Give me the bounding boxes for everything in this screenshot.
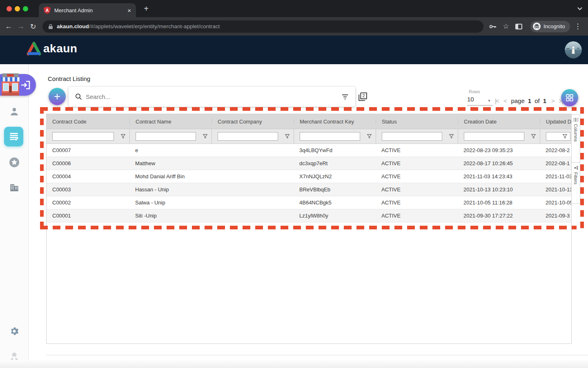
column-filter-input[interactable] xyxy=(218,132,278,141)
filter-list-icon[interactable] xyxy=(341,94,349,100)
cell-updated: 2022-08-2 xyxy=(540,144,571,157)
content-divider xyxy=(46,355,588,355)
table-side-tabs: Columns Filters xyxy=(571,114,580,204)
rows-per-page-select[interactable]: 10 ▼ xyxy=(467,96,492,105)
filter-cell xyxy=(458,129,540,144)
cell-status: ACTIVE xyxy=(376,144,458,157)
table-header-row: Contract CodeContract NameContract Compa… xyxy=(47,114,571,129)
filter-funnel-icon[interactable] xyxy=(120,134,126,139)
bookmark-star-icon[interactable]: ☆ xyxy=(500,22,512,31)
browser-tab[interactable]: A Merchant Admin × xyxy=(39,3,136,17)
table-body: C00007e3q4LBQYwFdACTIVE2022-08-23 09:35:… xyxy=(47,144,571,222)
cell-created: 2021-10-05 11:16:28 xyxy=(458,196,540,209)
column-filter-input[interactable] xyxy=(52,132,114,141)
column-filter-input[interactable] xyxy=(300,132,360,141)
column-header[interactable]: Creation Date xyxy=(458,119,540,125)
cell-key: Lz1ylW8h0y xyxy=(294,209,376,222)
cell-code: C00004 xyxy=(47,170,129,183)
column-header[interactable]: Contract Company xyxy=(212,119,294,125)
filter-funnel-icon[interactable] xyxy=(367,134,372,139)
filters-tab[interactable]: Filters xyxy=(571,163,580,204)
bottom-strip xyxy=(0,360,588,368)
cell-company xyxy=(212,196,294,209)
akaun-triangle-icon xyxy=(26,42,42,56)
reload-button[interactable]: ↻ xyxy=(27,22,39,31)
lock-icon xyxy=(48,24,53,29)
filter-2-icon[interactable]: 2 xyxy=(358,92,368,102)
search-icon xyxy=(75,93,82,100)
cell-key: 4B64NCBgk5 xyxy=(294,196,376,209)
filter-cell xyxy=(47,129,129,144)
cell-name: Mohd Danial Ariff Bin xyxy=(129,170,212,183)
incognito-badge: Incognito xyxy=(530,21,570,32)
enter-applet-icon xyxy=(20,80,31,90)
cell-status: ACTIVE xyxy=(376,196,458,209)
table-row[interactable]: C00004Mohd Danial Ariff BinX7nNJQLzN2ACT… xyxy=(47,170,571,183)
fullscreen-window-button[interactable] xyxy=(23,6,28,11)
cell-status: ACTIVE xyxy=(376,183,458,196)
forward-button[interactable]: → xyxy=(15,22,27,31)
password-key-icon[interactable] xyxy=(486,24,500,29)
akaun-logo[interactable]: akaun xyxy=(26,42,77,56)
sidebar-item-organization[interactable] xyxy=(0,182,29,193)
filter-funnel-icon[interactable] xyxy=(449,134,454,139)
cell-updated: 2022-08-1 xyxy=(540,157,571,170)
filter-funnel-icon[interactable] xyxy=(285,134,290,139)
previous-page-button[interactable]: < xyxy=(503,97,506,104)
minimize-window-button[interactable] xyxy=(15,6,20,11)
close-window-button[interactable] xyxy=(7,6,12,11)
column-header[interactable]: Contract Code xyxy=(47,119,129,125)
incognito-icon xyxy=(533,22,541,30)
sidebar-item-favorites[interactable] xyxy=(0,156,29,168)
cell-name: Matthew xyxy=(129,157,212,170)
annotation-dash-top xyxy=(40,107,577,111)
column-header[interactable]: Updated Date xyxy=(540,119,571,125)
next-page-button[interactable]: > xyxy=(551,97,554,104)
merchant-shop-icon[interactable] xyxy=(1,73,20,96)
table-row[interactable]: C00001Siti -UnipLz1ylW8h0yACTIVE2021-09-… xyxy=(47,209,571,222)
address-bar[interactable]: akaun.cloud/#/applets/wavelet/erp/entity… xyxy=(42,20,483,33)
cell-key: X7nNJQLzN2 xyxy=(294,170,376,183)
browser-menu-icon[interactable]: ⋮ xyxy=(572,22,583,31)
of-word: of xyxy=(535,97,540,104)
user-avatar[interactable] xyxy=(565,41,582,58)
column-filter-input[interactable] xyxy=(136,132,196,141)
sidebar-item-settings[interactable] xyxy=(0,326,29,337)
tab-close-icon[interactable]: × xyxy=(127,7,131,14)
table-row[interactable]: C00002Salwa - Unip4B64NCBgk5ACTIVE2021-1… xyxy=(47,196,571,209)
filter-funnel-icon[interactable] xyxy=(203,134,208,139)
rows-per-page-label: Rows xyxy=(469,89,480,94)
logo-text: akaun xyxy=(43,42,77,55)
table-row[interactable]: C00003Hassan - UnipBReVBlbqEbACTIVE2021-… xyxy=(47,183,571,196)
grid-view-button[interactable] xyxy=(561,89,578,106)
filter-cell xyxy=(540,129,571,144)
annotation-dash-left xyxy=(40,107,44,229)
first-page-button[interactable]: |< xyxy=(495,97,499,104)
column-header[interactable]: Merchant Contract Key xyxy=(294,119,376,125)
cell-name: Salwa - Unip xyxy=(129,196,212,209)
add-contract-button[interactable]: + xyxy=(49,88,66,105)
table-row[interactable]: C00007e3q4LBQYwFdACTIVE2022-08-23 09:35:… xyxy=(47,144,571,157)
column-header[interactable]: Status xyxy=(376,119,458,125)
filter-funnel-icon[interactable] xyxy=(531,134,536,139)
search-bar xyxy=(69,87,355,107)
column-filter-input[interactable] xyxy=(382,132,442,141)
tab-search-chevron-icon[interactable] xyxy=(577,5,583,12)
app-sidebar xyxy=(0,64,29,360)
cell-created: 2021-11-03 14:23:43 xyxy=(458,170,540,183)
new-tab-button[interactable]: + xyxy=(141,4,151,13)
columns-tab[interactable]: Columns xyxy=(571,114,580,163)
column-filter-input[interactable] xyxy=(464,132,524,141)
column-header[interactable]: Contract Name xyxy=(129,119,212,125)
filter-funnel-icon[interactable] xyxy=(562,134,568,139)
filter-cell xyxy=(212,129,294,144)
sidebar-item-listing-active[interactable] xyxy=(4,127,23,146)
annotation-dash-right xyxy=(580,107,584,232)
filter-cell xyxy=(376,129,458,144)
search-input[interactable] xyxy=(86,93,341,100)
table-row[interactable]: C00006Matthewdc3xqp7eRtACTIVE2022-08-17 … xyxy=(47,157,571,170)
sidebar-item-profile[interactable] xyxy=(0,106,29,117)
side-panel-icon[interactable] xyxy=(515,24,522,29)
gear-icon xyxy=(9,326,20,337)
back-button[interactable]: ← xyxy=(2,22,15,31)
